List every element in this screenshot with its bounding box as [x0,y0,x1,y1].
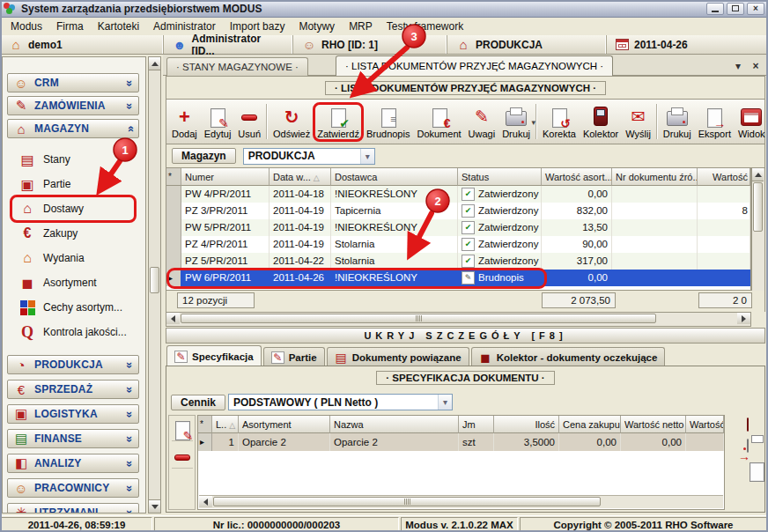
user-segment[interactable]: ☻ Administrator [ID... [164,35,293,54]
view-button[interactable]: Widok ▾ [735,103,768,141]
sidebar-group-pracownicy[interactable]: ☺ PRACOWNICY » [7,478,139,498]
pricelist-select[interactable]: PODSTAWOWY ( PLN Netto ) ▾ [228,394,453,410]
draft-button[interactable]: ≡ Brudnopis [363,103,414,141]
table-row-selected[interactable]: ▸ PW 6/PR/2011 2011-04-26 !NIEOKREŚLONY … [166,270,750,286]
table-row[interactable]: PZ 3/PR/2011 2011-04-19 Tapicernia ✔Zatw… [166,203,750,219]
sidebar-group-logistyka[interactable]: ▣ LOGISTYKA » [7,404,139,424]
table-row[interactable]: PW 4/PR/2011 2011-04-18 !NIEOKREŚLONY ✔Z… [166,186,750,203]
tab-kolektor[interactable]: ◼ Kolektor - dokumenty oczekujące [471,347,666,366]
tab-dokumenty-powiazane[interactable]: ▤ Dokumenty powiązane [327,347,469,366]
column-data[interactable]: Data w...△ [270,168,331,186]
spec-view-button[interactable] [747,418,749,431]
company-segment[interactable]: ☺ RHO [ID: 1] [293,35,447,54]
sidebar-item-stany[interactable]: ▤ Stany [11,147,135,172]
column-nazwa[interactable]: Nazwa [330,416,459,433]
correction-button[interactable]: ↺ Korekta [539,103,580,141]
edit-button[interactable]: ✎ Edytuj [201,103,235,141]
menu-mrp[interactable]: MRP [342,18,380,34]
sidebar-item-dostawy[interactable]: ⌂ Dostawy [11,196,135,221]
menu-firma[interactable]: Firma [49,18,91,34]
column-ilosc[interactable]: Ilość [494,416,559,433]
table-row[interactable]: PZ 5/PR/2011 2011-04-22 Stolarnia ✔Zatwi… [166,253,750,270]
notes-button[interactable]: ✎ Uwagi [465,103,499,141]
sidebar-group-analizy[interactable]: ◧ ANALIZY » [7,454,139,473]
scrollbar-thumb[interactable] [213,497,601,506]
column-selector-icon[interactable]: * [198,416,212,433]
export-button[interactable]: → Eksport [695,103,735,141]
sidebar-group-zamowienia[interactable]: ✎ ZAMÓWIENIA » [7,96,139,115]
spec-edit-button[interactable]: ✎ [172,419,193,441]
column-wartosc[interactable]: Wartość [686,416,724,433]
scroll-up-icon[interactable] [752,168,764,181]
documents-vscrollbar[interactable] [751,167,765,310]
sidebar-group-utrzymanie[interactable]: ✳ UTRZYMANI... » [7,503,139,514]
maximize-button[interactable] [727,3,744,15]
documents-hscrollbar[interactable] [166,312,751,327]
tab-close-icon[interactable]: × [749,59,763,73]
menu-motywy[interactable]: Motywy [292,18,342,34]
column-dostawca[interactable]: Dostawca [331,168,458,186]
scroll-right-icon[interactable] [737,313,750,324]
tab-list-dropdown-icon[interactable]: ▾ [731,59,745,73]
tab-lista-dokumentow[interactable]: · LISTA DOKUMENTÓW PRZYJĘĆ MAGAZYNOWYCH … [336,55,613,76]
refresh-button[interactable]: ↻ Odśwież [270,103,314,141]
column-cena[interactable]: Cena zakupu [559,416,621,433]
column-netto[interactable]: Wartość netto [621,416,686,433]
column-wartosc[interactable]: Wartość asort... [542,168,612,186]
sidebar-item-asortyment[interactable]: ◼ Asortyment [11,270,135,295]
scroll-down-icon[interactable] [149,499,160,513]
column-lp[interactable]: L..△ [212,416,239,433]
scroll-up-icon[interactable] [149,57,160,70]
spec-hscrollbar[interactable] [199,495,723,508]
scrollbar-thumb[interactable] [753,182,763,232]
sidebar-item-zakupy[interactable]: € Zakupy [11,221,135,246]
scrollbar-thumb[interactable] [181,314,656,323]
sidebar-group-produkcja[interactable]: ◔ PRODUKCJA » [7,355,139,374]
menu-modus[interactable]: Modus [4,18,49,34]
column-numer[interactable]: Numer [181,168,270,186]
sidebar-scrollbar[interactable] [148,56,161,514]
table-row[interactable]: PW 5/PR/2011 2011-04-19 !NIEOKREŚLONY ✔Z… [166,219,750,236]
tab-specyfikacja[interactable]: ✎ Specyfikacja [166,345,262,366]
warehouse-segment[interactable]: ⌂ PRODUKCJA [447,35,607,54]
menu-kartoteki[interactable]: Kartoteki [91,18,146,34]
table-row[interactable]: PZ 4/PR/2011 2011-04-19 Stolarnia ✔Zatwi… [166,236,750,253]
menu-testy-framework[interactable]: Testy framework [380,18,470,34]
column-status[interactable]: Status [458,168,542,186]
print-dropdown-icon[interactable]: ▾ [531,118,535,127]
column-jm[interactable]: Jm [459,416,494,433]
sidebar-group-sprzedaz[interactable]: € SPRZEDAŻ » [7,380,139,399]
approve-button[interactable]: ✔ Zatwierdź [314,103,363,141]
sidebar-group-finanse[interactable]: ▤ FINANSE » [7,429,139,448]
sidebar-group-crm[interactable]: ☺ CRM » [7,73,139,92]
spec-delete-button[interactable] [172,447,193,469]
collector-button[interactable]: Kolektor [580,103,622,141]
column-wartosc2[interactable]: Wartość [698,168,750,186]
close-button[interactable]: × [747,3,764,15]
add-button[interactable]: + Dodaj [168,103,201,141]
sidebar-item-cechy-asortymentu[interactable]: Cechy asortym... [11,295,135,320]
print-button[interactable]: Drukuj ▾ [498,103,534,141]
tab-stany-magazynowe[interactable]: · STANY MAGAZYNOWE · [166,57,308,76]
sidebar-item-wydania[interactable]: ⌂ Wydania [11,246,135,270]
column-selector-icon[interactable]: * [166,168,181,186]
spec-row-selected[interactable]: ▸ 1 Oparcie 2 Oparcie 2 szt 3,5000 0,00 … [198,433,724,451]
minimize-button[interactable] [706,3,724,15]
sidebar-item-partie[interactable]: ▣ Partie [11,172,135,196]
profile-segment[interactable]: ⌂ demo1 [0,35,164,54]
scroll-left-icon[interactable] [166,313,180,324]
delete-button[interactable]: Usuń [234,103,264,141]
tab-partie[interactable]: ✎ Partie [263,347,325,366]
hide-details-button[interactable]: UKRYJ SZCZEGÓŁY [F8] [166,328,765,344]
document-button[interactable]: € Dokument [413,103,464,141]
column-nrdok[interactable]: Nr dokumentu źró... [612,168,698,186]
date-segment[interactable]: 2011-04-26 [607,35,768,54]
print2-button[interactable]: Drukuj [660,103,695,141]
sidebar-item-kontrola-jakosci[interactable]: Q Kontrola jakości... [11,320,135,344]
sidebar-group-magazyn[interactable]: ⌂ MAGAZYN » [7,119,139,138]
column-asortyment[interactable]: Asortyment [239,416,330,433]
scroll-left-icon[interactable] [199,496,212,507]
scrollbar-thumb[interactable] [150,267,159,293]
send-button[interactable]: ✉ Wyślij [622,103,654,141]
warehouse-filter-select[interactable]: PRODUKCJA ▾ [243,148,375,165]
